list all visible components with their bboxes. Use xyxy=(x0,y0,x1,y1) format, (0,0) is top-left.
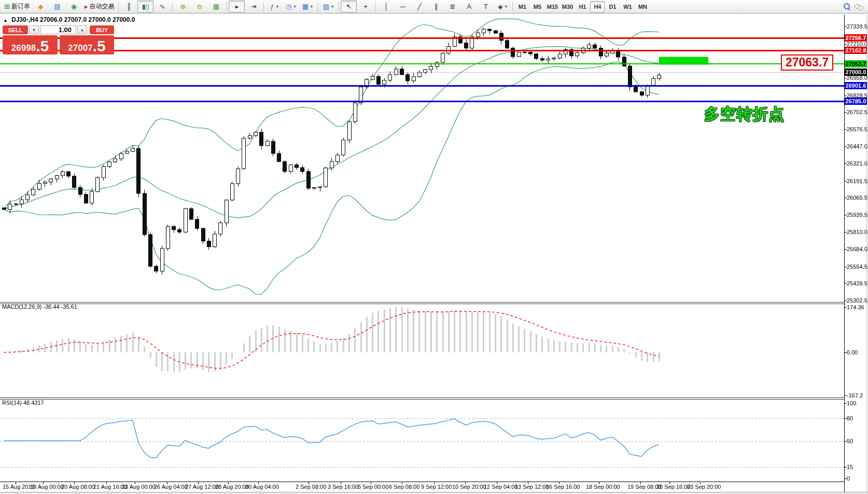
price-level-tag: 26785.0 xyxy=(845,98,867,105)
volume-increase-button[interactable]: ▲ xyxy=(77,25,87,34)
tile-windows-button[interactable]: ▦ xyxy=(208,1,224,12)
chart-title: ▲ DJ30-,H4 27006.0 27007.0 27000.0 27000… xyxy=(3,16,135,23)
time-tick-label: 16 Sep 16:00 xyxy=(546,484,580,490)
chart-shift-button[interactable]: ⇥ xyxy=(245,1,261,12)
price-tick-label: 26702.5 xyxy=(847,109,867,115)
templates-button[interactable]: ▦▾ xyxy=(299,1,315,12)
timeframe-h4-button[interactable]: H4 xyxy=(590,1,605,12)
volume-decrease-button[interactable]: ▼ xyxy=(29,25,39,34)
chart-surface[interactable] xyxy=(0,0,868,494)
candlestick-button[interactable]: ▮▯ xyxy=(137,1,153,12)
indicators-button[interactable]: ƒ▾ xyxy=(266,1,282,12)
chart-profile-button[interactable]: ▨▾ xyxy=(320,1,336,12)
zoom-out-button[interactable]: ⊖ xyxy=(191,1,207,12)
horizontal-line-button[interactable]: ─ xyxy=(395,1,411,12)
sell-price-display[interactable]: 26998 .5 xyxy=(3,35,58,54)
profiles-button[interactable]: ◆ xyxy=(33,1,49,12)
price-level-tag: 27256.7 xyxy=(845,34,867,42)
time-tick-label: 12 Sep 04:00 xyxy=(484,484,517,490)
periods-button[interactable]: ◷▾ xyxy=(283,1,299,12)
time-tick-label: 20 Sep 16:00 xyxy=(656,484,690,490)
time-tick-label: 6 Sep 08:00 xyxy=(389,484,419,490)
auto-trading-icon: ▸ xyxy=(85,3,88,10)
timeframe-m15-button[interactable]: M15 xyxy=(545,1,559,12)
auto-trading-button-label: 自动交易 xyxy=(89,2,114,11)
timeframe-m1-button[interactable]: M1 xyxy=(515,1,529,12)
price-tick-label: 25428.5 xyxy=(847,280,867,286)
vertical-line-button[interactable]: │ xyxy=(378,1,394,12)
signals-button[interactable]: ◉ xyxy=(66,1,82,12)
line-chart-button[interactable]: ∿ xyxy=(154,1,170,12)
new-order-button[interactable]: ⊞新订单 xyxy=(2,1,32,12)
price-tick-label: 27210.0 xyxy=(847,41,867,47)
crosshair-button[interactable]: + xyxy=(357,1,373,12)
bar-chart-button[interactable]: ║ xyxy=(121,1,137,12)
timeframe-m5-button[interactable]: M5 xyxy=(530,1,544,12)
price-tick-label: 25939.5 xyxy=(847,212,867,218)
symbol-period-label: DJ30-,H4 xyxy=(11,16,38,23)
sell-button[interactable]: SELL xyxy=(3,25,28,34)
price-tick-label: 25302.5 xyxy=(847,297,867,304)
chevron-down-icon: ▾ xyxy=(311,4,313,9)
signals-icon: ◉ xyxy=(71,3,77,10)
toolbar-separator xyxy=(172,2,173,11)
text-label-button[interactable]: T xyxy=(478,1,494,12)
channel-button[interactable]: ∥ xyxy=(428,1,444,12)
trendline-button[interactable]: ╱ xyxy=(411,1,427,12)
buy-button[interactable]: BUY xyxy=(90,25,114,34)
toolbar-separator xyxy=(512,2,513,11)
one-click-trade-panel: SELL ▼ 1.00 ▲ BUY 26998 .5 27007 .5 xyxy=(3,25,114,54)
toolbar-separator xyxy=(317,2,318,11)
macd-indicator-label: MACD(12,26,9) -36.44 -35.61 xyxy=(2,304,77,310)
ohlc-values: 27006.0 27007.0 27000.0 27000.0 xyxy=(40,16,135,23)
timeframe-m30-button[interactable]: M30 xyxy=(560,1,575,12)
buy-price-frac: .5 xyxy=(93,39,106,53)
time-tick-label: 13 Sep 12:00 xyxy=(515,484,549,490)
fibonacci-icon: ≣ xyxy=(450,3,455,10)
collapse-panel-icon[interactable]: ▲ xyxy=(3,18,8,23)
price-tick-label: 27339.5 xyxy=(847,23,867,30)
turning-point-annotation: 多空转折点 xyxy=(704,104,785,125)
volume-input[interactable]: 1.00 xyxy=(40,25,76,34)
text-button[interactable]: A xyxy=(461,1,477,12)
tile-windows-icon: ▦ xyxy=(213,3,219,10)
zoom-in-icon: ⊕ xyxy=(180,3,186,10)
bottom-edge-strip xyxy=(0,492,868,494)
auto-scroll-button[interactable]: ▸ xyxy=(229,1,245,12)
time-tick-label: 27 Aug 12:00 xyxy=(185,484,219,490)
zoom-in-button[interactable]: ⊕ xyxy=(175,1,191,12)
timeframe-d1-button[interactable]: D1 xyxy=(605,1,620,12)
mt4-window: ⊞新订单◆▤◉▸自动交易║▮▯∿⊕⊖▦▸⇥ƒ▾◷▾▦▾▨▾↖+│─╱∥≣AT◈▾… xyxy=(0,0,868,494)
arrows-button[interactable]: ◈▾ xyxy=(494,1,510,12)
timeframe-w1-button[interactable]: W1 xyxy=(620,1,635,12)
market-watch-button[interactable]: ▤ xyxy=(49,1,65,12)
price-callout-box[interactable]: 27063.7 xyxy=(781,54,833,71)
price-tick-label: 25684.0 xyxy=(847,246,867,252)
price-level-tag: 26901.6 xyxy=(845,82,867,89)
macd-tick-label: -167.2 xyxy=(847,392,863,399)
rsi-indicator-label: RSI(14) 48.4317 xyxy=(2,400,44,406)
templates-icon: ▦ xyxy=(302,3,309,10)
timeframe-mn-button[interactable]: MN xyxy=(635,1,650,12)
periods-icon: ◷ xyxy=(286,3,291,10)
price-tick-label: 26576.5 xyxy=(847,126,867,132)
toolbar-separator xyxy=(263,2,264,11)
auto-trading-button[interactable]: ▸自动交易 xyxy=(82,1,117,12)
macd-tick-label: 0.00 xyxy=(847,349,858,355)
chevron-down-icon: ▾ xyxy=(294,4,296,9)
fibonacci-button[interactable]: ≣ xyxy=(444,1,460,12)
rsi-tick-label: 80 xyxy=(847,415,853,421)
price-level-tag: 27000.0 xyxy=(845,68,867,76)
buy-price-display[interactable]: 27007 .5 xyxy=(60,35,114,54)
cursor-button[interactable]: ↖ xyxy=(341,1,357,12)
chat-icon[interactable] xyxy=(855,4,863,10)
time-tick-label: 2 Sep 08:00 xyxy=(296,484,326,490)
chevron-down-icon: ▾ xyxy=(331,4,333,9)
search-icon[interactable] xyxy=(844,3,850,10)
rsi-tick-label: 50 xyxy=(847,438,853,444)
price-tick-label: 26065.5 xyxy=(847,195,867,201)
buy-price-main: 27007 xyxy=(68,43,92,53)
arrows-icon: ◈ xyxy=(498,3,503,10)
bar-chart-icon: ║ xyxy=(127,3,131,10)
timeframe-h1-button[interactable]: H1 xyxy=(575,1,590,12)
